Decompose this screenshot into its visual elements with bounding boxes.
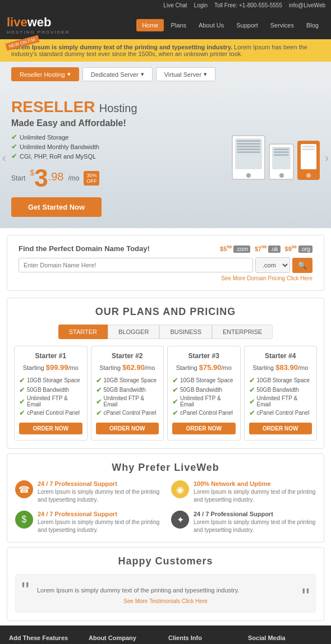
get-started-button[interactable]: Get Started Now [11,197,102,217]
feature-item: ✔ 50GB Bandwidth [96,386,159,394]
plan-tabs: STARTER BLOGGER BUSINESS ENTERPRISE [14,325,317,339]
why-item-3: $ 24 / 7 Professional Support Lorem Ipsu… [15,511,160,534]
nav-services[interactable]: Services [265,19,300,31]
footer-social: Social Media Subscribe to Blog Follow us… [248,634,322,644]
hero-next-arrow[interactable]: › [325,151,329,164]
footer-clients: Clients Info Knowledgebase Client Area G… [168,634,242,644]
login-link[interactable]: Login [194,2,208,8]
plan-tab-business[interactable]: BUSINESS [159,325,212,339]
plan-features-4: ✔ 10GB Storage Space ✔ 50GB Bandwidth ✔ … [249,376,312,417]
hero-price: Start $ 3 .98 /mo 30%OFF [11,166,208,191]
hosting-tab-reseller[interactable]: Reseller Hosting ▾ [11,67,79,81]
footer-about-title: About Company [89,634,163,641]
price-start-label: Start [11,174,25,182]
why-grid: ☎ 24 / 7 Professional Support Lorem Ipsu… [15,480,316,534]
hosting-tab-dedicated[interactable]: Dedicated Server ▾ [82,67,153,81]
feature-item: ✔ 10GB Storage Space [172,376,236,384]
domain-input[interactable] [19,258,253,272]
logo-sub: HOSTING PROVIDER [7,30,70,35]
plan-tab-blogger[interactable]: BLOGGER [108,325,159,339]
feature-item: ✔ cPanel Control Panel [172,409,236,417]
device-btn [306,173,311,178]
order-button-3[interactable]: ORDER NOW [172,423,236,434]
header: liveweb HOSTING PROVIDER Home Plans Abou… [0,11,331,39]
price-decimal: .98 [48,170,64,183]
virtual-arrow: ▾ [204,71,207,78]
order-button-1[interactable]: ORDER NOW [19,423,82,434]
nav-plans[interactable]: Plans [165,19,192,31]
quote-close-icon: " [302,587,310,605]
price-dollar-sign: $ [30,168,34,177]
domain-ext-select[interactable]: .com .net .org [255,257,290,273]
nav-home[interactable]: Home [136,19,164,31]
plans-title: OUR PLANS AND PRICING [14,306,317,318]
domain-price-org: $998 .org [285,244,312,252]
why-item-content-2: 100% Network and Uptime Lorem Ipsum is s… [194,480,316,504]
device-line [237,151,260,153]
why-icon-support1: ☎ [15,480,33,498]
plan-name-4: Starter #4 [249,352,312,360]
plan-tab-enterprise[interactable]: ENTERPRISE [212,325,273,339]
nav-support[interactable]: Support [231,19,264,31]
why-item-content-4: 24 / 7 Professional Support Lorem Ipsum … [194,511,316,534]
domain-search-button[interactable]: 🔍 [292,258,312,273]
why-item-title-4: 24 / 7 Professional Support [194,511,316,517]
footer-clients-title: Clients Info [168,634,242,641]
nav-blog[interactable]: Blog [301,19,324,31]
plans-grid: Starter #1 Starting $99.99/mo ✔ 10GB Sto… [14,346,317,441]
hero-feature-3: ✔ CGI, PHP, RoR and MySQL [11,152,208,160]
feature-item: ✔ Unlimited FTP & Email [19,395,82,407]
plan-card-3: Starter #3 Starting $75.90/mo ✔ 10GB Sto… [167,346,241,441]
hero-content: RESELLER Hosting Made Easy and Affordabl… [11,98,208,217]
hosting-tabs: Reseller Hosting ▾ Dedicated Server ▾ Vi… [0,62,331,87]
check-icon-2: ✔ [11,142,17,151]
testimonial-more-link[interactable]: See More Testimonials Click Here [26,598,305,604]
toll-free: Toll Free: +1-800-555-5555 [214,2,282,8]
why-item-text-1: Lorem Ipsum is simply dummy text of the … [38,488,160,504]
order-button-2[interactable]: ORDER NOW [96,423,159,434]
hero-title-suffix: Hosting [99,102,137,114]
reseller-arrow: ▾ [67,71,71,78]
plan-name-3: Starter #3 [172,352,236,360]
testimonial-box: " Lorem Ipsum is simply dummy text of th… [15,574,316,613]
hero-subtitle: Made Easy and Affordable! [11,118,208,128]
logo: liveweb HOSTING PROVIDER [7,15,70,35]
price-badge: 30%OFF [84,171,99,186]
price-mo: /mo [68,174,79,182]
device-btn [246,173,251,178]
why-item-text-2: Lorem Ipsum is simply dummy text of the … [194,488,316,504]
why-item-content-3: 24 / 7 Professional Support Lorem Ipsum … [38,511,160,534]
order-button-4[interactable]: ORDER NOW [249,423,312,434]
reseller-label: Reseller Hosting [20,71,65,78]
hosting-tab-virtual[interactable]: Virtual Server ▾ [156,67,215,81]
testimonial-title: Happy Customers [15,555,316,567]
device-tablet-sm [269,143,294,180]
device-line [237,146,260,147]
hero-devices [208,135,320,180]
why-item-content-1: 24 / 7 Professional Support Lorem Ipsum … [38,480,160,504]
testimonial-text: Lorem Ipsum is simply dummy text of the … [26,587,305,594]
device-line [302,149,315,150]
plan-price-1: Starting $99.99/mo [19,363,82,372]
why-item-text-4: Lorem Ipsum is simply dummy text of the … [194,518,316,534]
live-chat-link[interactable]: Live Chat [163,2,187,8]
domain-search-row: .com .net .org 🔍 [19,257,312,273]
plan-tab-starter[interactable]: STARTER [58,325,108,339]
nav-about[interactable]: About Us [193,19,229,31]
domain-more-link[interactable]: See More Domain Pricing Click Here [19,275,312,281]
device-line [237,149,260,150]
domain-price-uk: $798 .uk [255,244,281,252]
device-line [302,146,315,147]
main-nav: Home Plans About Us Support Services Blo… [136,19,324,31]
email-link[interactable]: info@LiveWeb [289,2,325,8]
plan-price-4: Starting $83.90/mo [249,363,312,372]
hero-title: RESELLER [11,98,95,115]
why-item-text-3: Lorem Ipsum is simply dummy text of the … [38,518,160,534]
why-item-2: ◉ 100% Network and Uptime Lorem Ipsum is… [171,480,316,504]
device-line [274,149,289,150]
domain-title: Find the Perfect Domain Name Today! [19,244,150,253]
device-phone [297,141,320,180]
feature-item: ✔ Unlimited FTP & Email [96,395,159,407]
device-screen-1 [235,138,262,169]
hero-prev-arrow[interactable]: ‹ [2,151,6,164]
